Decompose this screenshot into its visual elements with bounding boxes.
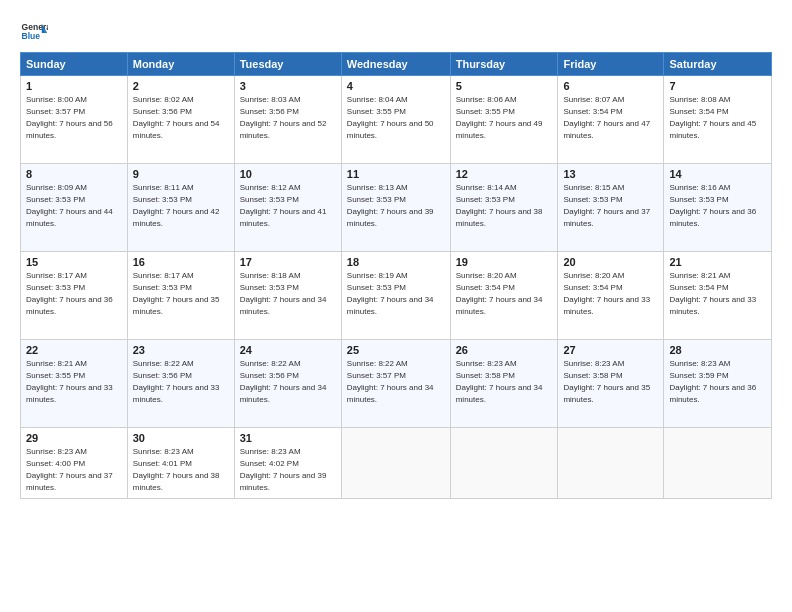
col-header-thursday: Thursday — [450, 53, 558, 76]
calendar-cell: 10 Sunrise: 8:12 AMSunset: 3:53 PMDaylig… — [234, 164, 341, 252]
day-number: 23 — [133, 344, 229, 356]
day-info: Sunrise: 8:20 AMSunset: 3:54 PMDaylight:… — [456, 271, 543, 316]
day-info: Sunrise: 8:08 AMSunset: 3:54 PMDaylight:… — [669, 95, 756, 140]
calendar-cell: 13 Sunrise: 8:15 AMSunset: 3:53 PMDaylig… — [558, 164, 664, 252]
day-info: Sunrise: 8:22 AMSunset: 3:56 PMDaylight:… — [240, 359, 327, 404]
calendar-cell: 20 Sunrise: 8:20 AMSunset: 3:54 PMDaylig… — [558, 252, 664, 340]
day-number: 20 — [563, 256, 658, 268]
day-info: Sunrise: 8:03 AMSunset: 3:56 PMDaylight:… — [240, 95, 327, 140]
day-info: Sunrise: 8:23 AMSunset: 3:58 PMDaylight:… — [563, 359, 650, 404]
calendar-cell: 8 Sunrise: 8:09 AMSunset: 3:53 PMDayligh… — [21, 164, 128, 252]
day-number: 13 — [563, 168, 658, 180]
calendar-week-1: 1 Sunrise: 8:00 AMSunset: 3:57 PMDayligh… — [21, 76, 772, 164]
calendar-cell: 21 Sunrise: 8:21 AMSunset: 3:54 PMDaylig… — [664, 252, 772, 340]
calendar-table: SundayMondayTuesdayWednesdayThursdayFrid… — [20, 52, 772, 499]
day-number: 4 — [347, 80, 445, 92]
calendar-cell: 29 Sunrise: 8:23 AMSunset: 4:00 PMDaylig… — [21, 428, 128, 499]
day-info: Sunrise: 8:02 AMSunset: 3:56 PMDaylight:… — [133, 95, 220, 140]
day-number: 19 — [456, 256, 553, 268]
day-number: 9 — [133, 168, 229, 180]
day-info: Sunrise: 8:13 AMSunset: 3:53 PMDaylight:… — [347, 183, 434, 228]
calendar-cell: 11 Sunrise: 8:13 AMSunset: 3:53 PMDaylig… — [341, 164, 450, 252]
day-number: 11 — [347, 168, 445, 180]
day-number: 2 — [133, 80, 229, 92]
logo: General Blue — [20, 16, 48, 44]
day-info: Sunrise: 8:21 AMSunset: 3:55 PMDaylight:… — [26, 359, 113, 404]
calendar-week-5: 29 Sunrise: 8:23 AMSunset: 4:00 PMDaylig… — [21, 428, 772, 499]
day-number: 28 — [669, 344, 766, 356]
calendar-cell: 7 Sunrise: 8:08 AMSunset: 3:54 PMDayligh… — [664, 76, 772, 164]
day-info: Sunrise: 8:22 AMSunset: 3:56 PMDaylight:… — [133, 359, 220, 404]
col-header-sunday: Sunday — [21, 53, 128, 76]
day-number: 16 — [133, 256, 229, 268]
day-info: Sunrise: 8:23 AMSunset: 4:00 PMDaylight:… — [26, 447, 113, 492]
calendar-cell: 24 Sunrise: 8:22 AMSunset: 3:56 PMDaylig… — [234, 340, 341, 428]
day-info: Sunrise: 8:19 AMSunset: 3:53 PMDaylight:… — [347, 271, 434, 316]
day-number: 27 — [563, 344, 658, 356]
calendar-cell: 4 Sunrise: 8:04 AMSunset: 3:55 PMDayligh… — [341, 76, 450, 164]
day-number: 12 — [456, 168, 553, 180]
day-info: Sunrise: 8:22 AMSunset: 3:57 PMDaylight:… — [347, 359, 434, 404]
day-info: Sunrise: 8:20 AMSunset: 3:54 PMDaylight:… — [563, 271, 650, 316]
calendar-cell: 1 Sunrise: 8:00 AMSunset: 3:57 PMDayligh… — [21, 76, 128, 164]
calendar-body: 1 Sunrise: 8:00 AMSunset: 3:57 PMDayligh… — [21, 76, 772, 499]
day-info: Sunrise: 8:17 AMSunset: 3:53 PMDaylight:… — [26, 271, 113, 316]
day-info: Sunrise: 8:23 AMSunset: 4:01 PMDaylight:… — [133, 447, 220, 492]
calendar-cell: 16 Sunrise: 8:17 AMSunset: 3:53 PMDaylig… — [127, 252, 234, 340]
calendar-cell: 18 Sunrise: 8:19 AMSunset: 3:53 PMDaylig… — [341, 252, 450, 340]
day-number: 24 — [240, 344, 336, 356]
day-info: Sunrise: 8:06 AMSunset: 3:55 PMDaylight:… — [456, 95, 543, 140]
day-info: Sunrise: 8:14 AMSunset: 3:53 PMDaylight:… — [456, 183, 543, 228]
calendar-cell — [558, 428, 664, 499]
calendar-cell: 19 Sunrise: 8:20 AMSunset: 3:54 PMDaylig… — [450, 252, 558, 340]
calendar-cell: 6 Sunrise: 8:07 AMSunset: 3:54 PMDayligh… — [558, 76, 664, 164]
calendar-cell: 27 Sunrise: 8:23 AMSunset: 3:58 PMDaylig… — [558, 340, 664, 428]
day-info: Sunrise: 8:00 AMSunset: 3:57 PMDaylight:… — [26, 95, 113, 140]
day-number: 5 — [456, 80, 553, 92]
calendar-cell: 3 Sunrise: 8:03 AMSunset: 3:56 PMDayligh… — [234, 76, 341, 164]
day-number: 6 — [563, 80, 658, 92]
day-info: Sunrise: 8:21 AMSunset: 3:54 PMDaylight:… — [669, 271, 756, 316]
day-number: 22 — [26, 344, 122, 356]
day-info: Sunrise: 8:11 AMSunset: 3:53 PMDaylight:… — [133, 183, 220, 228]
day-number: 3 — [240, 80, 336, 92]
day-info: Sunrise: 8:09 AMSunset: 3:53 PMDaylight:… — [26, 183, 113, 228]
calendar-cell: 17 Sunrise: 8:18 AMSunset: 3:53 PMDaylig… — [234, 252, 341, 340]
day-number: 30 — [133, 432, 229, 444]
day-number: 26 — [456, 344, 553, 356]
day-info: Sunrise: 8:23 AMSunset: 3:59 PMDaylight:… — [669, 359, 756, 404]
day-info: Sunrise: 8:17 AMSunset: 3:53 PMDaylight:… — [133, 271, 220, 316]
day-number: 25 — [347, 344, 445, 356]
day-number: 1 — [26, 80, 122, 92]
day-info: Sunrise: 8:23 AMSunset: 4:02 PMDaylight:… — [240, 447, 327, 492]
header: General Blue — [20, 16, 772, 44]
day-number: 17 — [240, 256, 336, 268]
calendar-cell: 15 Sunrise: 8:17 AMSunset: 3:53 PMDaylig… — [21, 252, 128, 340]
calendar-cell: 28 Sunrise: 8:23 AMSunset: 3:59 PMDaylig… — [664, 340, 772, 428]
day-info: Sunrise: 8:16 AMSunset: 3:53 PMDaylight:… — [669, 183, 756, 228]
day-number: 14 — [669, 168, 766, 180]
calendar-header-row: SundayMondayTuesdayWednesdayThursdayFrid… — [21, 53, 772, 76]
day-number: 15 — [26, 256, 122, 268]
calendar-cell: 31 Sunrise: 8:23 AMSunset: 4:02 PMDaylig… — [234, 428, 341, 499]
calendar-cell: 25 Sunrise: 8:22 AMSunset: 3:57 PMDaylig… — [341, 340, 450, 428]
day-info: Sunrise: 8:12 AMSunset: 3:53 PMDaylight:… — [240, 183, 327, 228]
calendar-cell — [450, 428, 558, 499]
calendar-cell: 5 Sunrise: 8:06 AMSunset: 3:55 PMDayligh… — [450, 76, 558, 164]
col-header-tuesday: Tuesday — [234, 53, 341, 76]
calendar-cell — [664, 428, 772, 499]
calendar-week-4: 22 Sunrise: 8:21 AMSunset: 3:55 PMDaylig… — [21, 340, 772, 428]
day-number: 8 — [26, 168, 122, 180]
day-info: Sunrise: 8:23 AMSunset: 3:58 PMDaylight:… — [456, 359, 543, 404]
day-info: Sunrise: 8:07 AMSunset: 3:54 PMDaylight:… — [563, 95, 650, 140]
day-info: Sunrise: 8:04 AMSunset: 3:55 PMDaylight:… — [347, 95, 434, 140]
day-number: 7 — [669, 80, 766, 92]
calendar-cell: 14 Sunrise: 8:16 AMSunset: 3:53 PMDaylig… — [664, 164, 772, 252]
calendar-cell: 26 Sunrise: 8:23 AMSunset: 3:58 PMDaylig… — [450, 340, 558, 428]
logo-icon: General Blue — [20, 16, 48, 44]
calendar-cell: 2 Sunrise: 8:02 AMSunset: 3:56 PMDayligh… — [127, 76, 234, 164]
calendar-week-3: 15 Sunrise: 8:17 AMSunset: 3:53 PMDaylig… — [21, 252, 772, 340]
day-number: 10 — [240, 168, 336, 180]
day-info: Sunrise: 8:18 AMSunset: 3:53 PMDaylight:… — [240, 271, 327, 316]
calendar-cell: 23 Sunrise: 8:22 AMSunset: 3:56 PMDaylig… — [127, 340, 234, 428]
